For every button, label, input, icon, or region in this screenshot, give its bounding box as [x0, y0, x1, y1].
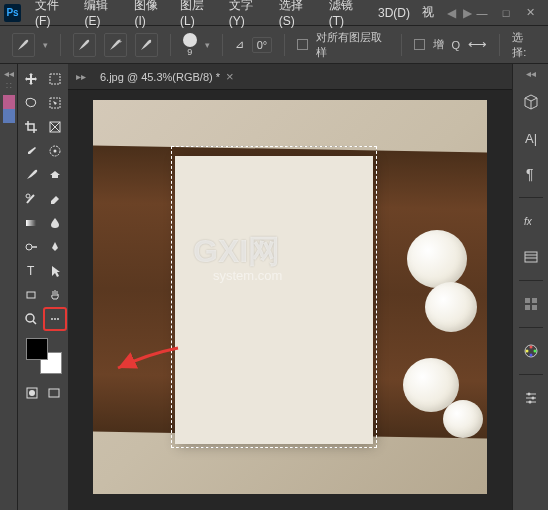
subtract-selection-icon[interactable]: -: [135, 33, 158, 57]
svg-point-41: [531, 397, 534, 400]
separator: [519, 327, 543, 328]
auto-enhance-label: 增: [433, 37, 444, 52]
minimize-button[interactable]: —: [474, 5, 490, 21]
chevron-down-icon[interactable]: ▾: [205, 40, 210, 50]
document-tab-title: 6.jpg @ 45.3%(RGB/8) *: [100, 71, 220, 83]
svg-text:T: T: [27, 264, 35, 278]
svg-point-9: [26, 194, 30, 198]
menu-edit[interactable]: 编辑(E): [78, 0, 128, 28]
separator: [519, 280, 543, 281]
settings-arrow-icon[interactable]: ⟷: [468, 37, 487, 52]
menu-view[interactable]: 视: [416, 4, 440, 21]
menu-select[interactable]: 选择(S): [273, 0, 323, 28]
add-selection-icon[interactable]: +: [104, 33, 127, 57]
close-tab-icon[interactable]: ×: [226, 69, 234, 84]
svg-rect-29: [525, 298, 530, 303]
glyphs-panel-icon[interactable]: [518, 244, 544, 270]
move-tool[interactable]: [20, 68, 42, 90]
svg-point-18: [54, 318, 56, 320]
history-brush-tool[interactable]: [20, 188, 42, 210]
menu-filter[interactable]: 滤镜(T): [323, 0, 372, 28]
panel-grip-icon[interactable]: ∷: [6, 81, 11, 91]
svg-text:-: -: [149, 38, 152, 45]
sample-all-label: 对所有图层取样: [316, 30, 389, 60]
pen-tool[interactable]: [44, 236, 66, 258]
svg-rect-31: [525, 305, 530, 310]
rectangle-tool[interactable]: [20, 284, 42, 306]
brush-tool[interactable]: [20, 164, 42, 186]
select-subject-label[interactable]: 选择:: [512, 30, 536, 60]
svg-point-21: [29, 390, 35, 396]
color-panel-icon[interactable]: [518, 338, 544, 364]
swatches-panel-icon[interactable]: [518, 291, 544, 317]
frame-tool[interactable]: [44, 116, 66, 138]
separator: [519, 374, 543, 375]
menu-bar: Ps 文件(F) 编辑(E) 图像(I) 图层(L) 文字(Y) 选择(S) 滤…: [0, 0, 548, 26]
styles-panel-icon[interactable]: fx: [518, 208, 544, 234]
menu-type[interactable]: 文字(Y): [223, 0, 273, 28]
auto-enhance-checkbox[interactable]: [414, 39, 425, 50]
sample-all-checkbox[interactable]: [297, 39, 308, 50]
expand-icon[interactable]: ◂◂: [526, 68, 536, 79]
blur-tool[interactable]: [44, 212, 66, 234]
gradient-tool[interactable]: [20, 212, 42, 234]
menu-3d[interactable]: 3D(D): [372, 6, 416, 20]
svg-text:fx: fx: [524, 216, 533, 227]
menu-scroll-right-icon[interactable]: ▶: [460, 6, 474, 20]
expand-icon[interactable]: ◂◂: [4, 68, 14, 79]
adjustments-panel-icon[interactable]: [518, 385, 544, 411]
healing-tool[interactable]: [44, 140, 66, 162]
svg-rect-32: [532, 305, 537, 310]
angle-input[interactable]: 0°: [252, 37, 273, 53]
edit-toolbar-tool[interactable]: [44, 308, 66, 330]
object-select-tool[interactable]: [44, 92, 66, 114]
brush-preview-icon[interactable]: [183, 33, 197, 47]
crop-tool[interactable]: [20, 116, 42, 138]
eyedropper-tool[interactable]: [20, 140, 42, 162]
tool-preset-icon[interactable]: [12, 33, 35, 57]
color-panel-icon[interactable]: [3, 95, 15, 123]
document-canvas[interactable]: GXI网 system.com: [93, 100, 487, 494]
quickmask-tool[interactable]: [22, 382, 42, 404]
separator: [519, 197, 543, 198]
libraries-panel-icon[interactable]: [518, 89, 544, 115]
type-tool[interactable]: T: [20, 260, 42, 282]
hand-tool[interactable]: [44, 284, 66, 306]
close-button[interactable]: ✕: [522, 5, 538, 21]
character-panel-icon[interactable]: A|: [518, 125, 544, 151]
menu-image[interactable]: 图像(I): [128, 0, 174, 28]
canvas-viewport[interactable]: GXI网 system.com: [68, 90, 512, 510]
svg-text:A|: A|: [525, 131, 537, 146]
q-label: Q: [452, 39, 461, 51]
screenmode-tool[interactable]: [44, 382, 64, 404]
clone-stamp-tool[interactable]: [44, 164, 66, 186]
image-cotton: [407, 230, 467, 288]
dodge-tool[interactable]: [20, 236, 42, 258]
svg-rect-22: [49, 389, 59, 397]
zoom-tool[interactable]: [20, 308, 42, 330]
menu-file[interactable]: 文件(F): [29, 0, 78, 28]
expand-icon[interactable]: ▸▸: [76, 71, 86, 82]
foreground-color[interactable]: [26, 338, 48, 360]
menu-layer[interactable]: 图层(L): [174, 0, 223, 28]
svg-point-43: [528, 401, 531, 404]
svg-text:¶: ¶: [526, 166, 534, 182]
marquee-tool[interactable]: [44, 68, 66, 90]
color-swatches[interactable]: [26, 338, 62, 374]
new-selection-icon[interactable]: [73, 33, 96, 57]
svg-point-37: [525, 350, 528, 353]
chevron-down-icon[interactable]: ▾: [43, 40, 48, 50]
path-select-tool[interactable]: [44, 260, 66, 282]
document-tab[interactable]: 6.jpg @ 45.3%(RGB/8) * ×: [94, 64, 240, 90]
lasso-tool[interactable]: [20, 92, 42, 114]
eraser-tool[interactable]: [44, 188, 66, 210]
paragraph-panel-icon[interactable]: ¶: [518, 161, 544, 187]
menu-scroll-left-icon[interactable]: ◀: [444, 6, 458, 20]
separator: [170, 34, 171, 56]
svg-point-11: [26, 244, 32, 250]
image-cotton: [425, 282, 477, 332]
options-bar: ▾ + - 9 ▾ ⊿ 0° 对所有图层取样 增 Q ⟷ 选择:: [0, 26, 548, 64]
maximize-button[interactable]: □: [498, 5, 514, 21]
canvas-area: ▸▸ 6.jpg @ 45.3%(RGB/8) * × GXI网 system.…: [68, 64, 512, 510]
svg-rect-14: [27, 292, 35, 298]
